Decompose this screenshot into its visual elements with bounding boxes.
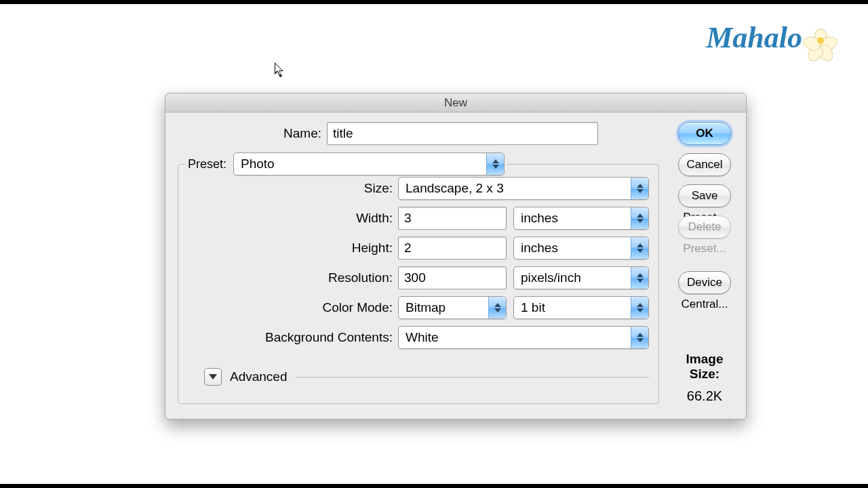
background-label: Background Contents: — [229, 330, 398, 345]
letterbox-bottom — [0, 484, 868, 488]
advanced-label: Advanced — [230, 369, 288, 384]
chevron-updown-icon — [631, 297, 648, 319]
image-size-label: Image Size: — [678, 352, 731, 382]
resolution-input[interactable]: 300 — [398, 266, 507, 289]
size-select[interactable]: Landscape, 2 x 3 — [398, 177, 649, 200]
dialog-titlebar[interactable]: New — [165, 94, 746, 113]
preset-select[interactable]: Photo — [233, 152, 505, 176]
advanced-disclosure-button[interactable] — [204, 368, 222, 386]
chevron-updown-icon — [631, 327, 648, 348]
chevron-updown-icon — [488, 297, 506, 319]
color-depth-select[interactable]: 1 bit — [513, 296, 649, 319]
height-label: Height: — [229, 241, 398, 256]
name-label: Name: — [178, 126, 327, 141]
chevron-updown-icon — [631, 267, 648, 289]
height-input[interactable]: 2 — [398, 237, 507, 260]
width-label: Width: — [229, 211, 398, 226]
device-central-button[interactable]: Device Central... — [678, 271, 731, 294]
ok-button[interactable]: OK — [678, 122, 731, 145]
new-document-dialog: New Name: title Preset: Photo — [165, 93, 747, 420]
resolution-label: Resolution: — [229, 270, 398, 285]
color-mode-select[interactable]: Bitmap — [398, 296, 507, 319]
save-preset-button[interactable]: Save Preset... — [678, 184, 731, 207]
settings-group: Preset: Photo Size: Landscape, 2 x 3 — [178, 164, 659, 404]
resolution-unit-select[interactable]: pixels/inch — [513, 266, 649, 289]
chevron-updown-icon — [631, 237, 648, 259]
preset-label: Preset: — [188, 157, 226, 171]
delete-preset-button: Delete Preset... — [678, 216, 731, 239]
chevron-updown-icon — [631, 207, 648, 229]
size-label: Size: — [229, 181, 398, 196]
triangle-down-icon — [209, 374, 217, 380]
image-size-value: 66.2K — [678, 388, 731, 404]
mahalo-watermark: Mahalo — [706, 20, 834, 55]
width-unit-select[interactable]: inches — [513, 207, 649, 230]
background-select[interactable]: White — [398, 326, 649, 349]
flower-icon — [807, 27, 834, 54]
color-mode-label: Color Mode: — [229, 300, 398, 315]
watermark-text: Mahalo — [706, 21, 802, 54]
height-unit-select[interactable]: inches — [513, 237, 649, 260]
divider — [296, 377, 649, 378]
dialog-form: Name: title Preset: Photo Size: — [178, 122, 659, 404]
letterbox-top — [0, 0, 868, 4]
name-input[interactable]: title — [327, 122, 598, 145]
cancel-button[interactable]: Cancel — [678, 153, 731, 176]
chevron-updown-icon — [631, 178, 648, 199]
dialog-title: New — [444, 96, 467, 109]
width-input[interactable]: 3 — [398, 207, 507, 230]
chevron-updown-icon — [486, 153, 504, 175]
dialog-button-column: OK Cancel Save Preset... Delete Preset..… — [678, 122, 731, 404]
